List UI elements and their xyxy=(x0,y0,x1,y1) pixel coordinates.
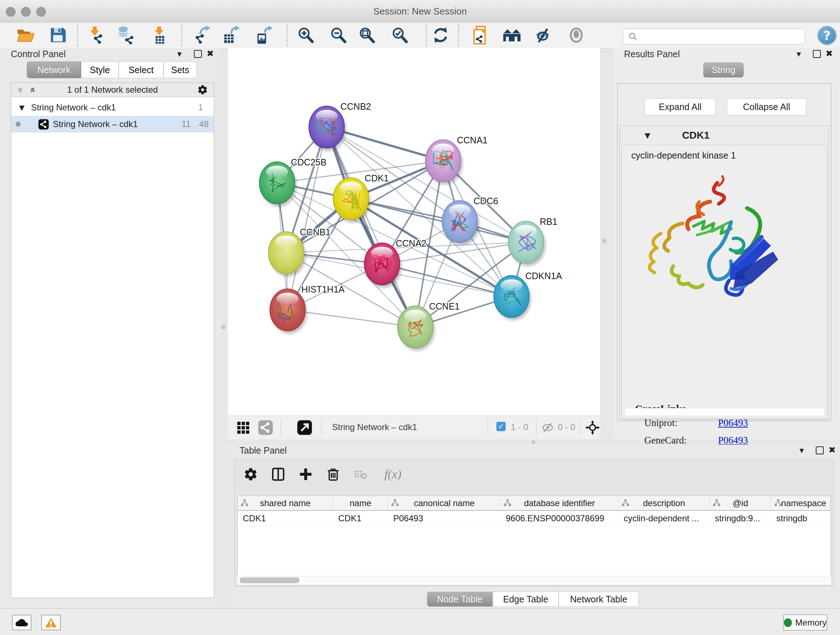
tab-network-table[interactable]: Network Table xyxy=(559,592,639,607)
results-panel-float-icon[interactable] xyxy=(813,50,821,58)
selected-elements-count: 1 - 0 xyxy=(511,422,528,432)
hidden-elements-icon[interactable] xyxy=(541,423,554,434)
table-horizontal-scrollbar[interactable] xyxy=(237,576,831,584)
protein-structure-image xyxy=(638,164,783,309)
warning-status-icon[interactable] xyxy=(41,615,61,630)
search-input[interactable] xyxy=(638,31,805,42)
column-header-database-identifier[interactable]: database identifier xyxy=(501,496,619,510)
selected-elements-checkbox[interactable]: ✓ xyxy=(496,422,506,431)
column-header-description[interactable]: description xyxy=(619,496,710,510)
save-session-icon[interactable] xyxy=(48,25,68,45)
network-edge[interactable] xyxy=(351,199,526,242)
protein-card-header[interactable]: ▼ CDK1 xyxy=(620,126,829,145)
network-grid-view-icon[interactable] xyxy=(237,420,251,436)
network-edge[interactable] xyxy=(327,127,415,327)
export-image-icon[interactable] xyxy=(253,25,273,45)
zoom-selected-icon[interactable] xyxy=(390,25,410,45)
export-network-icon[interactable] xyxy=(192,25,212,45)
import-network-file-icon[interactable] xyxy=(85,25,106,45)
crosslink-label: Uniprot: xyxy=(644,417,718,429)
function-builder-icon[interactable]: f(x) xyxy=(378,464,407,484)
welcome-screen-icon[interactable] xyxy=(502,25,522,45)
table-options-gear-icon[interactable] xyxy=(241,464,261,484)
delete-column-trash-icon[interactable] xyxy=(324,464,343,484)
tab-node-table[interactable]: Node Table xyxy=(427,592,493,607)
results-panel-menu-icon[interactable]: ▾ xyxy=(797,50,801,58)
network-options-gear-icon[interactable] xyxy=(197,84,208,95)
search-box xyxy=(623,29,805,44)
right-splitter-handle[interactable] xyxy=(602,239,607,243)
string-network-icon xyxy=(38,119,49,130)
results-panel-close-icon[interactable]: ✖ xyxy=(826,49,833,58)
control-panel-float-icon[interactable] xyxy=(194,50,202,58)
new-network-from-selection-icon[interactable] xyxy=(471,25,491,45)
open-session-icon[interactable] xyxy=(15,25,35,45)
network-node-RB1[interactable]: RB1 xyxy=(508,217,557,266)
column-header-canonical-name[interactable]: canonical name xyxy=(388,496,501,510)
protein-card-expander-icon[interactable]: ▼ xyxy=(645,131,650,140)
refresh-view-icon[interactable] xyxy=(431,25,451,45)
table-panel-float-icon[interactable] xyxy=(816,447,824,454)
graphics-details-icon[interactable] xyxy=(532,25,553,45)
network-node-CCNE1[interactable]: CCNE1 xyxy=(398,301,460,351)
tab-select[interactable]: Select xyxy=(118,62,164,78)
zoom-in-icon[interactable] xyxy=(295,25,316,45)
network-node-CCNB2[interactable]: CCNB2 xyxy=(309,101,371,151)
tab-string[interactable]: String xyxy=(703,62,744,78)
tab-sets[interactable]: Sets xyxy=(164,62,197,78)
tab-edge-table[interactable]: Edge Table xyxy=(493,592,559,607)
network-edge[interactable] xyxy=(287,127,327,310)
results-scrollbar-track[interactable] xyxy=(625,408,824,416)
network-row-selected[interactable]: String Network – cdk1 11 48 xyxy=(11,116,214,133)
crosslink-link[interactable]: P06493 xyxy=(718,417,748,429)
table-row[interactable]: CDK1CDK1P064939606.ENSP00000378699cyclin… xyxy=(238,511,831,526)
protein-description: cyclin-dependent kinase 1 xyxy=(631,150,736,161)
table-panel-close-icon[interactable]: ✖ xyxy=(829,446,836,454)
node-label: CCNB2 xyxy=(340,101,371,111)
collapse-all-button[interactable]: Collapse All xyxy=(727,98,806,116)
tab-style-label: Style xyxy=(90,65,110,75)
birds-eye-view-icon[interactable] xyxy=(566,25,586,45)
tab-style[interactable]: Style xyxy=(81,62,118,78)
table-panel: Table Panel ▾ ✖ f(x) shared xyxy=(228,445,840,608)
network-node-CCNA2[interactable]: CCNA2 xyxy=(364,238,426,288)
tab-network-label: Network xyxy=(37,65,71,75)
network-node-CCNA1[interactable]: CCNA1 xyxy=(425,135,488,185)
network-share-view-icon[interactable] xyxy=(257,420,273,437)
expand-all-button[interactable]: Expand All xyxy=(644,98,716,116)
open-network-window-icon[interactable] xyxy=(297,420,313,437)
column-header--id[interactable]: @id xyxy=(710,496,771,510)
left-splitter-handle[interactable] xyxy=(221,325,226,329)
control-panel-close-icon[interactable]: ✖ xyxy=(207,49,214,58)
network-node-HIST1H1A[interactable]: HIST1H1A xyxy=(270,284,345,334)
import-table-file-icon[interactable] xyxy=(149,25,170,45)
table-panel-title: Table Panel xyxy=(240,445,287,456)
export-table-icon[interactable] xyxy=(220,25,240,45)
network-node-CDKN1A[interactable]: CDKN1A xyxy=(494,271,562,320)
table-scrollbar-thumb[interactable] xyxy=(240,578,300,583)
memory-button[interactable]: Memory xyxy=(783,614,827,631)
zoom-fit-icon[interactable] xyxy=(357,25,377,45)
control-panel-menu-icon[interactable]: ▾ xyxy=(177,50,182,58)
delete-table-icon[interactable] xyxy=(351,464,370,484)
column-header-shared-name[interactable]: shared name xyxy=(238,496,333,510)
network-collection-row[interactable]: ▼ String Network – cdk1 1 xyxy=(11,99,214,116)
tab-network[interactable]: Network xyxy=(27,62,81,78)
bottom-splitter-handle[interactable] xyxy=(531,440,535,444)
network-graph[interactable]: CCNB2CCNA1CDC25BCDK1CDC6RB1CCNB1CCNA2CDK… xyxy=(228,48,600,416)
create-column-icon[interactable] xyxy=(296,464,316,484)
collection-expander-icon[interactable]: ▼ xyxy=(19,103,25,111)
show-columns-icon[interactable] xyxy=(268,464,288,484)
import-network-database-icon[interactable] xyxy=(115,25,136,45)
cloud-status-icon[interactable] xyxy=(12,615,32,630)
network-node-CDC6[interactable]: CDC6 xyxy=(442,196,498,245)
collapse-all-label: Collapse All xyxy=(743,102,790,112)
network-navigator-crosshair-icon[interactable] xyxy=(585,420,600,436)
help-icon[interactable]: ? xyxy=(817,26,837,45)
node-label: CCNA2 xyxy=(396,238,426,249)
network-canvas[interactable]: CCNB2CCNA1CDC25BCDK1CDC6RB1CCNB1CCNA2CDK… xyxy=(228,48,600,416)
column-header-namespace[interactable]: namespace xyxy=(771,496,831,510)
table-panel-menu-icon[interactable]: ▾ xyxy=(799,446,804,455)
zoom-out-icon[interactable] xyxy=(328,25,348,45)
column-header-name[interactable]: name xyxy=(333,496,388,510)
